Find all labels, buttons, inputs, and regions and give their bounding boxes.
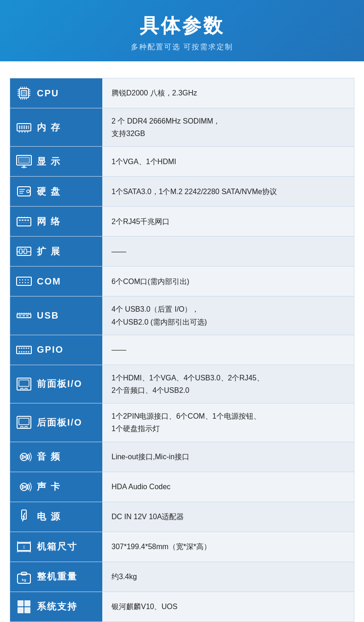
svg-point-77 <box>28 351 29 352</box>
spec-label-cpu: CPU <box>10 78 102 108</box>
spec-value-gpio: —— <box>102 335 354 365</box>
spec-label-text-soundcard: 声 卡 <box>37 480 61 493</box>
svg-rect-53 <box>17 277 31 285</box>
spec-label-expansion: 扩 展 <box>10 237 102 266</box>
spec-row-network: 网 络2个RJ45千兆网口 <box>10 207 354 237</box>
svg-rect-1 <box>21 90 27 96</box>
svg-point-56 <box>25 279 26 280</box>
spec-row-expansion: 扩 展—— <box>10 237 354 267</box>
spec-row-com: COM6个COM口(需内部引出) <box>10 267 354 296</box>
spec-row-memory: 内 存2 个 DDR4 2666MHz SODIMM，支持32GB <box>10 108 354 147</box>
spec-label-com: COM <box>10 267 102 296</box>
spec-row-display: 显 示1个VGA、1个HDMI <box>10 147 354 177</box>
spec-value-audio: Line-out接口,Mic-in接口 <box>102 442 354 472</box>
spec-label-size: ╳ 机箱尺寸 <box>10 532 102 562</box>
spec-value-com: 6个COM口(需内部引出) <box>102 267 354 296</box>
gap-spacer <box>0 61 364 78</box>
spec-label-display: 显 示 <box>10 147 102 176</box>
spec-label-text-power: 电 源 <box>37 510 61 523</box>
spec-label-text-hdd: 硬 盘 <box>37 185 61 198</box>
spec-row-hdd: 硬 盘1个SATA3.0，1个M.2 2242/2280 SATA/NVMe协议 <box>10 177 354 207</box>
spec-label-audio: 音 频 <box>10 442 102 472</box>
gpio-icon <box>15 341 33 359</box>
spec-label-power: 电 源 <box>10 502 102 532</box>
page-header: 具体参数 多种配置可选 可按需求定制 <box>0 0 364 61</box>
spec-value-usb: 4个 USB3.0（后置 I/O），4个USB2.0 (需内部引出可选) <box>102 296 354 334</box>
spec-label-text-com: COM <box>37 276 61 287</box>
spec-row-usb: USB4个 USB3.0（后置 I/O），4个USB2.0 (需内部引出可选) <box>10 296 354 335</box>
spec-value-reario: 1个2PIN电源接口、6个COM、1个电源按钮、1个硬盘指示灯 <box>102 403 354 441</box>
spec-row-audio: 音 频Line-out接口,Mic-in接口 <box>10 442 354 472</box>
spec-label-os: 系统支持 <box>10 592 102 622</box>
svg-rect-63 <box>19 315 21 316</box>
spec-label-text-gpio: GPIO <box>37 344 64 355</box>
spec-label-text-expansion: 扩 展 <box>37 245 61 258</box>
svg-rect-41 <box>27 219 29 221</box>
spec-row-size: ╳ 机箱尺寸307*199.4*58mm（宽*深*高） <box>10 532 354 562</box>
spec-label-gpio: GPIO <box>10 335 102 365</box>
spec-label-text-frontio: 前面板I/O <box>37 378 82 390</box>
spec-row-soundcard: 声 卡HDA Audio Codec <box>10 472 354 502</box>
spec-row-os: 系统支持银河麒麟V10、UOS <box>10 592 354 622</box>
svg-rect-20 <box>21 125 23 129</box>
svg-rect-40 <box>24 219 26 221</box>
spec-value-memory: 2 个 DDR4 2666MHz SODIMM，支持32GB <box>102 108 354 146</box>
svg-point-71 <box>26 347 27 349</box>
svg-rect-38 <box>19 219 21 221</box>
spec-label-text-reario: 后面板I/O <box>37 416 82 429</box>
spec-label-text-weight: 整机重量 <box>37 570 77 583</box>
svg-point-76 <box>26 351 27 352</box>
os-icon <box>15 598 33 616</box>
svg-point-61 <box>28 282 29 283</box>
spec-label-usb: USB <box>10 296 102 334</box>
spec-label-text-memory: 内 存 <box>37 121 61 134</box>
spec-value-weight: 约3.4kg <box>102 562 354 592</box>
svg-rect-101 <box>24 600 30 606</box>
svg-point-70 <box>23 347 25 349</box>
spec-label-reario: 后面板I/O <box>10 403 102 441</box>
spec-value-size: 307*199.4*58mm（宽*深*高） <box>102 532 354 562</box>
power-icon <box>15 508 33 526</box>
spec-label-network: 网 络 <box>10 207 102 236</box>
spec-row-frontio: 前面板I/O1个HDMI、1个VGA、4个USB3.0、2个RJ45、2个音频口… <box>10 365 354 403</box>
svg-rect-49 <box>24 249 27 254</box>
svg-text:kg: kg <box>22 578 26 582</box>
svg-rect-22 <box>26 125 27 129</box>
cpu-icon <box>15 84 33 102</box>
spec-label-memory: 内 存 <box>10 108 102 146</box>
soundcard-icon <box>15 478 33 496</box>
spec-table: CPU腾锐D2000 八核，2.3GHz 内 存2 个 DDR4 2666MHz… <box>10 78 354 622</box>
spec-value-hdd: 1个SATA3.0，1个M.2 2242/2280 SATA/NVMe协议 <box>102 177 354 206</box>
com-icon <box>15 272 33 290</box>
spec-label-text-audio: 音 频 <box>37 450 61 463</box>
spec-value-display: 1个VGA、1个HDMI <box>102 147 354 176</box>
spec-value-soundcard: HDA Audio Codec <box>102 472 354 502</box>
svg-point-54 <box>19 279 20 280</box>
svg-point-68 <box>19 347 20 349</box>
spec-label-text-os: 系统支持 <box>37 600 77 613</box>
spec-value-network: 2个RJ45千兆网口 <box>102 207 354 236</box>
svg-rect-84 <box>21 427 23 428</box>
size-icon: ╳ <box>15 538 33 556</box>
svg-rect-79 <box>19 380 29 386</box>
svg-point-58 <box>19 282 20 283</box>
svg-rect-83 <box>19 418 29 425</box>
spec-label-weight: kg 整机重量 <box>10 562 102 592</box>
svg-rect-19 <box>19 125 20 129</box>
svg-rect-65 <box>26 315 29 316</box>
page-subtitle: 多种配置可选 可按需求定制 <box>9 42 355 52</box>
spec-value-cpu: 腾锐D2000 八核，2.3GHz <box>102 78 354 108</box>
reario-icon <box>15 413 33 432</box>
spec-label-frontio: 前面板I/O <box>10 365 102 403</box>
frontio-icon <box>15 375 33 393</box>
spec-value-power: DC IN 12V 10A适配器 <box>102 502 354 532</box>
svg-rect-80 <box>21 388 23 390</box>
usb-icon <box>15 307 33 325</box>
network-icon <box>15 212 33 231</box>
display-icon <box>15 152 33 171</box>
audio-icon <box>15 448 33 466</box>
svg-rect-21 <box>23 125 25 129</box>
spec-label-text-network: 网 络 <box>37 215 61 228</box>
svg-rect-81 <box>25 388 27 390</box>
expansion-icon <box>15 242 33 261</box>
